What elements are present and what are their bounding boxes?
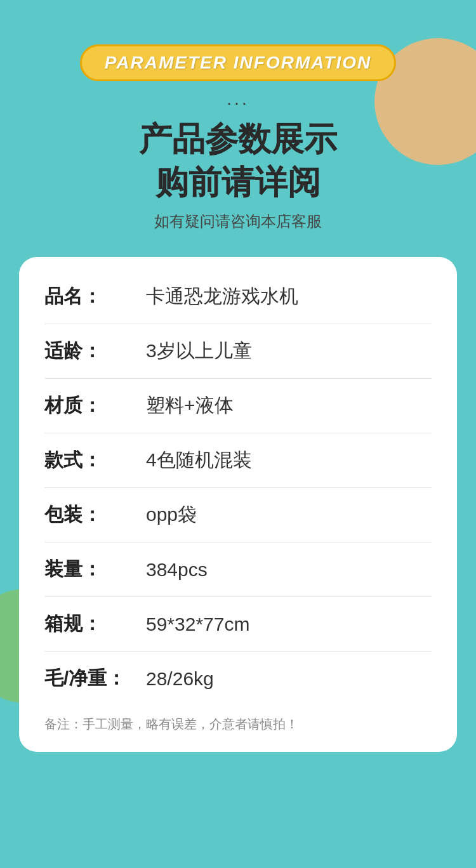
- param-label: 包装：: [44, 502, 146, 528]
- parameter-info-badge: PARAMETER INFORMATION: [80, 44, 397, 81]
- param-label: 材质：: [44, 393, 146, 419]
- param-label: 适龄：: [44, 338, 146, 364]
- param-value: 4色随机混装: [146, 447, 252, 473]
- param-value: 塑料+液体: [146, 393, 234, 419]
- param-row: 箱规：59*32*77cm: [44, 597, 432, 652]
- param-row: 包装：opp袋: [44, 488, 432, 542]
- param-value: 59*32*77cm: [146, 614, 249, 635]
- param-value: 卡通恐龙游戏水机: [146, 284, 298, 310]
- param-row: 毛/净重：28/26kg: [44, 652, 432, 706]
- note-text: 备注：手工测量，略有误差，介意者请慎拍！: [44, 716, 432, 733]
- param-label: 箱规：: [44, 611, 146, 637]
- decorative-dots: ···: [227, 93, 249, 113]
- param-row: 材质：塑料+液体: [44, 379, 432, 433]
- param-value: 3岁以上儿童: [146, 338, 252, 364]
- param-row: 适龄：3岁以上儿童: [44, 324, 432, 379]
- main-title-line1: 产品参数展示: [139, 121, 337, 157]
- main-title: 产品参数展示 购前请详阅: [139, 118, 337, 204]
- sub-title: 如有疑问请咨询本店客服: [154, 211, 322, 232]
- param-label: 装量：: [44, 556, 146, 582]
- main-title-line2: 购前请详阅: [155, 164, 321, 201]
- param-value: 384pcs: [146, 559, 208, 581]
- param-value: 28/26kg: [146, 668, 214, 690]
- param-row: 装量：384pcs: [44, 542, 432, 597]
- param-label: 毛/净重：: [44, 666, 146, 692]
- param-label: 品名：: [44, 284, 146, 310]
- param-label: 款式：: [44, 447, 146, 473]
- param-value: opp袋: [146, 502, 197, 528]
- param-row: 品名：卡通恐龙游戏水机: [44, 270, 432, 324]
- badge-text: PARAMETER INFORMATION: [105, 53, 372, 72]
- param-row: 款式：4色随机混装: [44, 433, 432, 488]
- parameter-card: 品名：卡通恐龙游戏水机适龄：3岁以上儿童材质：塑料+液体款式：4色随机混装包装：…: [19, 257, 457, 752]
- header-section: PARAMETER INFORMATION ··· 产品参数展示 购前请详阅 如…: [0, 0, 476, 232]
